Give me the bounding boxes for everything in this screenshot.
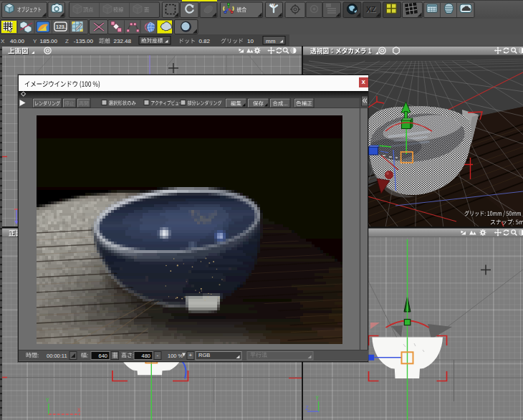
svg-text:-: - [157,352,159,358]
svg-text:+: + [189,352,193,358]
svg-text:640: 640 [98,353,107,359]
svg-text:100 %: 100 % [168,353,183,359]
svg-text:480: 480 [141,353,150,359]
svg-text:RGB: RGB [198,352,210,358]
svg-text:00:00:11: 00:00:11 [47,353,67,359]
